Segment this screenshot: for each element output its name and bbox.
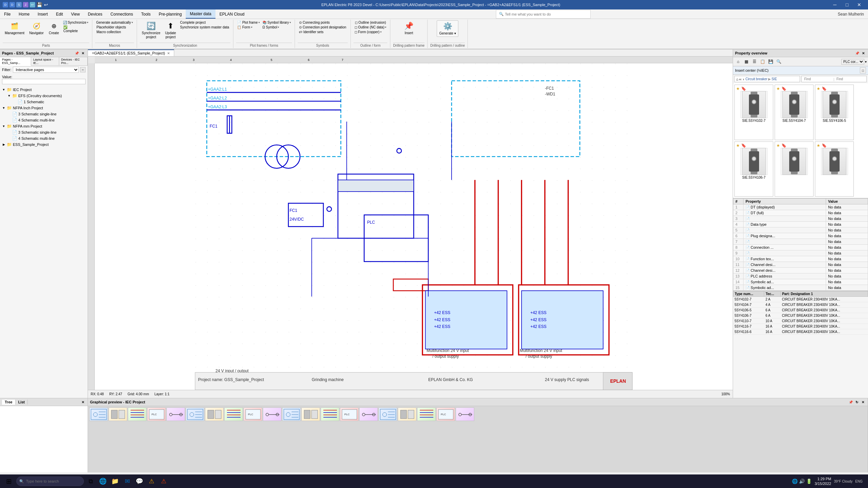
placeholder-objects-button[interactable]: Placeholder objects xyxy=(95,25,134,29)
connecting-points-button[interactable]: ⊙ Connecting points xyxy=(298,20,348,25)
taskbar-battery-icon[interactable]: 🔋 xyxy=(806,479,812,484)
taskbar-network-icon[interactable]: 🌐 xyxy=(792,479,798,484)
document-tab[interactable]: =GAB2+A2&EFS1/1 (ESS_Sample_Project) ✕ xyxy=(88,49,174,56)
filter-minus-button[interactable]: − xyxy=(80,67,86,72)
synchronize-dropdown[interactable]: 🔄 Synchronize ▾ xyxy=(62,20,89,25)
bookmark-icon-6[interactable]: 🔖 xyxy=(822,143,827,148)
star-icon-4[interactable]: ★ xyxy=(736,143,740,148)
prop-row-12[interactable]: 13 📄 PLC address No data xyxy=(733,273,868,279)
prop-row-2[interactable]: 3 📄 No data xyxy=(733,216,868,222)
gp-refresh[interactable]: ↻ xyxy=(854,399,860,405)
doc-tab-close[interactable]: ✕ xyxy=(167,51,170,55)
breadcrumb-sie[interactable]: SIE xyxy=(772,77,777,81)
menu-file[interactable]: File xyxy=(0,9,15,19)
part-list-row-6[interactable]: 5SY4116-6 16 A CIRCUIT BREAKER 230/400V … xyxy=(733,329,868,335)
taskbar-icon-edge[interactable]: 🌐 xyxy=(97,476,108,487)
part-card-5sy4104-7[interactable]: ★ 🔖 SIE.5SY41 xyxy=(775,85,814,140)
gp-thumb-8[interactable]: PLC xyxy=(244,407,262,421)
prop-row-9[interactable]: 10 📄 Function tex... No data xyxy=(733,256,868,262)
menu-tools[interactable]: Tools xyxy=(137,9,155,19)
quick-access-undo[interactable]: ↩ xyxy=(43,2,49,7)
rp-save-btn[interactable]: 💾 xyxy=(767,58,774,65)
taskbar-icon-task-view[interactable]: ⧉ xyxy=(85,476,96,487)
tree-panel-close[interactable]: ✕ xyxy=(80,399,86,405)
rp-home-btn[interactable]: ⌂ xyxy=(734,58,742,65)
prop-row-4[interactable]: 5 📄 No data xyxy=(733,227,868,233)
part-list-row-3[interactable]: 5SY4106-7 6 A CIRCUIT BREAKER 230/400V 1… xyxy=(733,313,868,318)
gp-thumb-0[interactable] xyxy=(89,407,108,421)
sync-project-button[interactable]: 🔄 Synchronizeproject xyxy=(140,20,162,40)
navigator-button[interactable]: 🧭 Navigator xyxy=(27,20,46,36)
maximize-button[interactable]: □ xyxy=(841,0,853,9)
form-copper-dropdown[interactable]: ◻ Form (copper) ▾ xyxy=(353,30,388,34)
gp-thumb-5[interactable] xyxy=(186,407,204,421)
gp-thumb-7[interactable] xyxy=(224,407,243,421)
ribbon-search-bar[interactable]: 🔍 xyxy=(496,10,591,19)
rp-grid-btn[interactable]: ▦ xyxy=(743,58,750,65)
rp-copy-btn[interactable]: 📋 xyxy=(759,58,766,65)
taskbar-search-box[interactable]: 🔍 xyxy=(16,476,84,486)
tree-item-efs[interactable]: ▼ 📁 EFS (Circuitry documents) xyxy=(7,93,86,99)
prop-row-6[interactable]: 7 📄 No data xyxy=(733,239,868,245)
prop-row-8[interactable]: 9 📄 No data xyxy=(733,250,868,256)
management-button[interactable]: 🗂️ Management xyxy=(3,20,26,36)
prop-row-7[interactable]: 8 📄 Connection ... No data xyxy=(733,245,868,250)
star-icon-1[interactable]: ★ xyxy=(736,86,740,91)
gp-thumb-1[interactable] xyxy=(109,407,127,421)
rp-filter-btn[interactable]: 🔍 xyxy=(775,58,782,65)
menu-home[interactable]: Home xyxy=(15,9,33,19)
minimize-button[interactable]: ─ xyxy=(829,0,841,9)
tree-item-nfpa-mm[interactable]: ▼ 📁 NFPA mm Project xyxy=(1,123,86,129)
bookmark-icon-3[interactable]: 🔖 xyxy=(822,86,827,91)
close-button[interactable]: ✕ xyxy=(853,0,865,9)
outline-nc-dropdown[interactable]: ◻ Outline (NC data) ▾ xyxy=(353,25,388,29)
gp-thumb-17[interactable] xyxy=(417,407,436,421)
plc-dropdown[interactable]: PLC cor... xyxy=(841,59,864,65)
nav-forward-icon[interactable]: › xyxy=(743,77,744,81)
gp-thumb-19[interactable] xyxy=(456,407,474,421)
gp-thumb-2[interactable] xyxy=(128,407,146,421)
rp-search-left[interactable] xyxy=(803,76,833,82)
taskbar-volume-icon[interactable]: 🔊 xyxy=(799,479,805,484)
menu-insert[interactable]: Insert xyxy=(33,9,52,19)
update-project-button[interactable]: ⬆ Updateproject xyxy=(163,20,178,40)
taskbar-search-input[interactable] xyxy=(26,479,81,483)
identifier-sets-button[interactable]: 🏷 Identifier sets xyxy=(298,30,348,34)
breadcrumb-circuit[interactable]: Circuit breaker xyxy=(746,77,768,81)
prop-row-0[interactable]: 1 📄 DT (displayed) No data xyxy=(733,204,868,210)
bookmark-icon-5[interactable]: 🔖 xyxy=(781,143,786,148)
rp-list-btn[interactable]: ☰ xyxy=(751,58,758,65)
tree-item-iec-project[interactable]: ▼ 📁 IEC Project xyxy=(1,87,86,93)
taskbar-icon-teams[interactable]: 💬 xyxy=(134,476,145,487)
gp-close[interactable]: ✕ xyxy=(860,399,866,405)
gp-thumb-4[interactable] xyxy=(166,407,185,421)
taskbar-time-date[interactable]: 1:29 PM 3/15/2022 xyxy=(815,476,831,486)
part-card-5sy4106-5[interactable]: ★ 🔖 SIE.5SY41 xyxy=(815,85,854,140)
tree-item-4multi-nfpa-mm[interactable]: 📄 4 Schematic multi-line xyxy=(7,135,86,141)
tab-list[interactable]: List xyxy=(16,400,28,404)
menu-view[interactable]: View xyxy=(67,9,84,19)
bookmark-icon-2[interactable]: 🔖 xyxy=(781,86,786,91)
ess-sample-toggle[interactable]: ▶ xyxy=(1,142,6,147)
panel-close-button[interactable]: ✕ xyxy=(80,50,86,56)
outline-extrusion-button[interactable]: ◻ Outline (extrusion) xyxy=(353,20,388,25)
part-list-row-0[interactable]: 5SY4102-7 2 A CIRCUIT BREAKER 230/400V 1… xyxy=(733,297,868,302)
tree-panel-content[interactable] xyxy=(0,406,88,472)
create-button[interactable]: ⊕ Create xyxy=(46,20,61,36)
prop-row-13[interactable]: 14 📄 Symbolic ad... No data xyxy=(733,279,868,285)
complete-button[interactable]: ✅ 1 Schematic Complete xyxy=(62,25,89,33)
tree-item-3single-nfpa-mm[interactable]: 📄 3 Schematic single-line xyxy=(7,129,86,135)
gp-thumb-10[interactable] xyxy=(282,407,301,421)
star-icon-3[interactable]: ★ xyxy=(817,86,820,91)
devices-tab[interactable]: Devices - IEC Pro... xyxy=(59,57,88,65)
schematic-svg[interactable]: +GAA2:L1 +GAA2:L2 +GAA2:L3 FC1 xyxy=(95,63,733,390)
menu-masterdata[interactable]: Master data xyxy=(186,9,215,19)
rp-search-right[interactable] xyxy=(835,76,865,82)
part-card-5sy4102-7[interactable]: ★ 🔖 xyxy=(734,85,773,140)
gp-thumb-12[interactable] xyxy=(321,407,339,421)
part-list-row-2[interactable]: 5SY4106-5 6 A CIRCUIT BREAKER 230/400V 1… xyxy=(733,308,868,313)
right-panel-pin[interactable]: 📌 xyxy=(854,50,860,56)
gp-thumb-3[interactable]: PLC xyxy=(147,407,166,421)
gp-thumb-9[interactable] xyxy=(263,407,281,421)
gp-thumb-15[interactable] xyxy=(379,407,397,421)
